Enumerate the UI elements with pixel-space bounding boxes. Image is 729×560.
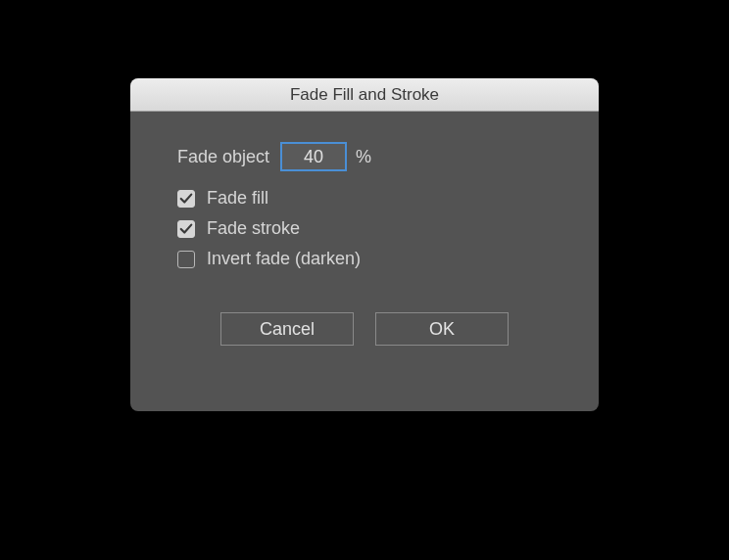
cancel-button[interactable]: Cancel [220,312,354,346]
dialog-buttons: Cancel OK [158,312,571,346]
invert-fade-checkbox[interactable] [177,251,195,268]
ok-button[interactable]: OK [375,312,509,346]
fade-dialog: Fade Fill and Stroke Fade object % Fade … [130,78,599,411]
fade-stroke-checkbox[interactable] [177,220,195,238]
check-icon [179,192,193,206]
dialog-content: Fade object % Fade fill Fade stroke Inve… [130,112,599,365]
fade-object-label: Fade object [177,147,269,167]
fade-fill-checkbox[interactable] [177,190,195,208]
invert-fade-label: Invert fade (darken) [207,249,361,269]
check-icon [179,222,193,236]
invert-fade-row: Invert fade (darken) [177,249,571,269]
percent-label: % [356,147,371,167]
fade-fill-label: Fade fill [207,188,268,209]
fade-fill-row: Fade fill [177,188,571,209]
fade-stroke-label: Fade stroke [207,218,300,239]
fade-object-input[interactable] [281,143,346,170]
fade-object-row: Fade object % [177,143,571,170]
dialog-title: Fade Fill and Stroke [290,85,439,105]
fade-object-input-wrap [281,143,346,170]
dialog-titlebar: Fade Fill and Stroke [130,78,599,112]
fade-stroke-row: Fade stroke [177,218,571,239]
